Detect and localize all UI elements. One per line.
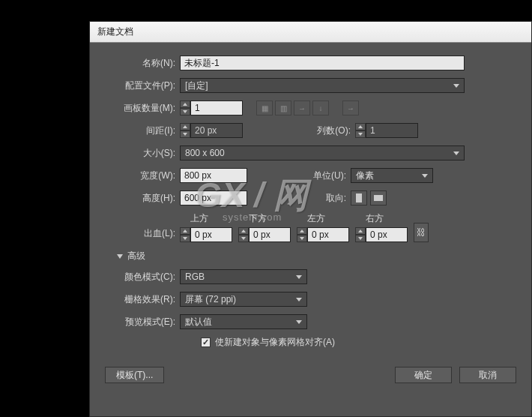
orient-portrait-button[interactable] (351, 190, 367, 206)
ok-button[interactable]: 确定 (395, 367, 452, 383)
bleed-left-label: 左方 (307, 212, 325, 225)
chevron-down-icon (453, 84, 459, 88)
stepper-up-icon[interactable] (355, 123, 366, 130)
grid-by-col-icon[interactable]: ▥ (275, 100, 291, 116)
height-label: 高度(H): (103, 192, 180, 205)
align-pixel-grid-label: 使新建对象与像素网格对齐(A) (215, 336, 335, 349)
grid-by-row-icon[interactable]: ▦ (256, 100, 273, 116)
spacing-label: 间距(I): (103, 124, 180, 137)
arrange-col-icon[interactable]: ↓ (312, 100, 329, 116)
width-label: 宽度(W): (103, 170, 180, 182)
bleed-bottom-input[interactable] (249, 227, 291, 242)
bleed-right-label: 右方 (366, 212, 384, 225)
bleed-top-label: 上方 (190, 212, 208, 225)
spacing-stepper[interactable] (180, 123, 190, 138)
bleed-label: 出血(L): (103, 227, 180, 242)
bleed-right-input[interactable] (366, 227, 408, 242)
bleed-bottom-stepper[interactable] (238, 227, 249, 242)
raster-value: 屏幕 (72 ppi) (185, 293, 236, 306)
columns-label: 列数(O): (243, 124, 355, 137)
raster-label: 栅格效果(R): (103, 293, 180, 306)
check-icon: ✓ (202, 338, 209, 347)
chevron-down-icon (453, 152, 459, 155)
stepper-up-icon[interactable] (180, 123, 190, 130)
height-input[interactable] (180, 190, 247, 206)
bleed-left-stepper[interactable] (297, 227, 307, 242)
new-document-dialog: 新建文档 名称(N): 配置文件(P): [自定] 画板数量(M): ▦ ▥ →… (89, 21, 532, 417)
advanced-label: 高级 (127, 250, 145, 262)
chevron-down-icon (296, 320, 302, 324)
spacing-input (190, 123, 243, 138)
profile-label: 配置文件(P): (103, 80, 180, 92)
stepper-down-icon[interactable] (355, 130, 366, 138)
size-value: 800 x 600 (185, 148, 225, 158)
preview-label: 预览模式(E): (103, 316, 180, 328)
chevron-down-icon (296, 298, 302, 302)
arrange-rtl-icon[interactable]: → (342, 100, 359, 116)
artboards-input[interactable] (190, 100, 243, 116)
preview-dropdown[interactable]: 默认值 (180, 314, 307, 329)
bleed-top-stepper[interactable] (180, 227, 190, 242)
name-label: 名称(N): (103, 57, 180, 70)
width-input[interactable] (180, 168, 247, 183)
chevron-down-icon (422, 174, 428, 178)
columns-stepper[interactable] (355, 123, 366, 138)
columns-input (366, 123, 418, 138)
stepper-up-icon[interactable] (180, 100, 190, 108)
stepper-down-icon[interactable] (180, 130, 190, 138)
orient-label: 取向: (247, 192, 351, 205)
name-input[interactable] (180, 56, 465, 70)
colormode-dropdown[interactable]: RGB (180, 269, 307, 284)
bleed-left-input[interactable] (307, 227, 349, 242)
raster-dropdown[interactable]: 屏幕 (72 ppi) (180, 292, 307, 307)
colormode-value: RGB (185, 272, 205, 282)
size-label: 大小(S): (103, 147, 180, 160)
stepper-down-icon[interactable] (180, 108, 190, 116)
triangle-down-icon (117, 254, 123, 259)
units-dropdown[interactable]: 像素 (351, 168, 433, 183)
preview-value: 默认值 (185, 316, 212, 328)
profile-value: [自定] (185, 80, 208, 92)
size-dropdown[interactable]: 800 x 600 (180, 146, 465, 160)
artboards-stepper[interactable] (180, 100, 190, 116)
orient-landscape-button[interactable] (370, 190, 387, 206)
template-button[interactable]: 模板(T)... (105, 367, 164, 383)
advanced-toggle[interactable]: 高级 (117, 250, 518, 262)
bleed-right-stepper[interactable] (355, 227, 366, 242)
units-value: 像素 (356, 170, 374, 182)
dialog-title: 新建文档 (97, 26, 133, 38)
colormode-label: 颜色模式(C): (103, 271, 180, 284)
bleed-top-input[interactable] (190, 227, 232, 242)
cancel-button[interactable]: 取消 (459, 367, 516, 383)
units-label: 单位(U): (247, 170, 351, 182)
arrange-row-icon[interactable]: → (294, 100, 310, 116)
link-bleed-icon[interactable]: ⛓ (414, 223, 429, 242)
titlebar: 新建文档 (90, 22, 531, 43)
align-pixel-grid-checkbox[interactable]: ✓ (201, 338, 211, 347)
profile-dropdown[interactable]: [自定] (180, 78, 465, 93)
chevron-down-icon (296, 275, 302, 279)
bleed-bottom-label: 下方 (249, 212, 267, 225)
artboards-label: 画板数量(M): (103, 102, 180, 115)
